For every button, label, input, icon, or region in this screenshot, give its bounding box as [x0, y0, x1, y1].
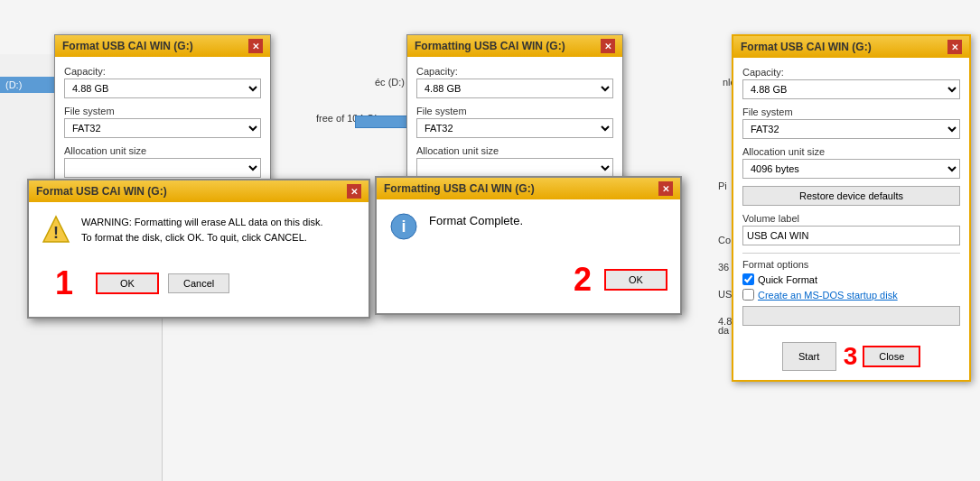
btn-row-3-wrapper: Start 3 Close [742, 331, 960, 371]
warning-line2: To format the disk, click OK. To quit, c… [81, 230, 356, 245]
warning-text: WARNING: Formatting will erase ALL data … [81, 215, 356, 245]
quick-format-check-3[interactable] [742, 273, 754, 285]
filesystem-label-2: File system [416, 106, 613, 116]
progress-placeholder-3 [742, 306, 960, 326]
complete-number: 2 [574, 261, 592, 299]
warning-dialog: Format USB CAI WIN (G:) ✕ ! WARNING: For… [27, 179, 370, 319]
quick-format-row-3: Quick Format [742, 273, 960, 285]
btn-row-3: Start 3 Close [742, 342, 960, 371]
warning-number: 1 [42, 264, 87, 302]
alloc-select-2[interactable] [416, 158, 613, 178]
startup-disk-row-3: Create an MS-DOS startup disk [742, 289, 960, 301]
capacity-label-3: Capacity: [742, 67, 960, 78]
svg-text:i: i [401, 217, 406, 236]
startup-disk-label-3: Create an MS-DOS startup disk [758, 290, 898, 301]
format-win1-titlebar: Format USB CAI WIN (G:) ✕ [55, 35, 270, 57]
complete-body: i Format Complete. [377, 199, 680, 254]
format-win3-titlebar: Format USB CAI WIN (G:) ✕ [733, 36, 969, 58]
warning-line1: WARNING: Formatting will erase ALL data … [81, 215, 356, 230]
restore-btn-group: Restore device defaults [742, 186, 960, 206]
alloc-select-3[interactable]: 4096 bytes [742, 159, 960, 179]
format-win1-close-btn[interactable]: ✕ [248, 39, 263, 53]
us-label: US [718, 289, 732, 300]
complete-actions: 2 OK [377, 254, 680, 313]
complete-title: Formatting USB CAI WIN (G:) [384, 182, 535, 195]
drive-d-label: (D:) [5, 79, 22, 90]
close-group-3: 3 Close [844, 342, 921, 371]
co-label: Co [718, 235, 731, 245]
capacity-group-3: Capacity: 4.88 GB [742, 67, 960, 99]
alloc-group-2: Allocation unit size [416, 145, 613, 178]
format-win2-close-btn[interactable]: ✕ [601, 39, 615, 53]
capacity-label-2: Capacity: [416, 66, 613, 77]
filesystem-group-1: File system FAT32 [64, 106, 261, 138]
capacity-group-1: Capacity: 4.88 GB [64, 66, 261, 98]
capacity-select-2[interactable]: 4.88 GB [416, 79, 613, 98]
complete-titlebar: Formatting USB CAI WIN (G:) ✕ [377, 178, 680, 199]
startup-disk-check-3[interactable] [742, 289, 754, 301]
capacity-select-3[interactable]: 4.88 GB [742, 79, 960, 99]
close-btn-3[interactable]: Close [863, 346, 920, 367]
volume-input-3[interactable] [742, 226, 960, 245]
warning-close-btn[interactable]: ✕ [347, 184, 361, 199]
alloc-group-1: Allocation unit size [64, 145, 261, 178]
format-win3-body: Capacity: 4.88 GB File system FAT32 Allo… [733, 58, 969, 380]
volume-label-3: Volume label [742, 213, 960, 224]
filesystem-group-2: File system FAT32 [416, 106, 613, 138]
complete-ok-btn[interactable]: OK [604, 269, 667, 291]
alloc-label-1: Allocation unit size [64, 145, 261, 156]
volume-group-3: Volume label [742, 213, 960, 245]
complete-close-btn[interactable]: ✕ [658, 181, 673, 196]
alloc-label-2: Allocation unit size [416, 145, 613, 156]
number3: 3 [844, 342, 858, 371]
complete-text: Format Complete. [429, 212, 667, 230]
format-win1-title: Format USB CAI WIN (G:) [62, 40, 193, 52]
filesystem-select-1[interactable]: FAT32 [64, 118, 261, 138]
complete-dialog: Formatting USB CAI WIN (G:) ✕ i Format C… [375, 176, 682, 315]
svg-text:!: ! [53, 224, 59, 242]
complete-message: Format Complete. [429, 212, 667, 230]
format-options-label-3: Format options [742, 259, 960, 270]
format-win3-close-btn[interactable]: ✕ [947, 40, 962, 54]
capacity-label-1: Capacity: [64, 66, 261, 77]
quick-format-label-3: Quick Format [758, 274, 817, 285]
capacity-group-2: Capacity: 4.88 GB [416, 66, 613, 98]
filesystem-label-3: File system [742, 106, 960, 117]
format-win2-titlebar: Formatting USB CAI WIN (G:) ✕ [407, 35, 622, 57]
warning-icon: ! [42, 215, 70, 244]
warning-cancel-btn[interactable]: Cancel [168, 273, 229, 293]
start-btn-3[interactable]: Start [782, 342, 836, 371]
filesystem-group-3: File system FAT32 [742, 106, 960, 139]
alloc-group-3: Allocation unit size 4096 bytes [742, 146, 960, 179]
restore-btn-3[interactable]: Restore device defaults [742, 186, 960, 206]
info-icon: i [389, 212, 418, 241]
warning-actions: 1 OK Cancel [29, 257, 369, 317]
warning-titlebar: Format USB CAI WIN (G:) ✕ [29, 180, 369, 202]
filesystem-select-2[interactable]: FAT32 [416, 118, 613, 138]
pi-label: Pi [718, 180, 727, 191]
4-8-label: 4.8 [718, 316, 732, 327]
format-win3-title: Format USB CAI WIN (G:) [741, 41, 872, 53]
warning-ok-btn[interactable]: OK [96, 273, 159, 294]
warning-body: ! WARNING: Formatting will erase ALL dat… [29, 202, 369, 257]
alloc-label-3: Allocation unit size [742, 146, 960, 157]
capacity-select-1[interactable]: 4.88 GB [64, 79, 261, 98]
36-label: 36 [718, 262, 729, 273]
filesystem-label-1: File system [64, 106, 261, 116]
tec-label: éc (D:) [375, 77, 405, 88]
format-window-3: Format USB CAI WIN (G:) ✕ Capacity: 4.88… [732, 34, 971, 382]
filesystem-select-3[interactable]: FAT32 [742, 119, 960, 139]
alloc-select-1[interactable] [64, 158, 261, 178]
warning-title: Format USB CAI WIN (G:) [36, 185, 167, 198]
format-win2-title: Formatting USB CAI WIN (G:) [415, 40, 565, 52]
